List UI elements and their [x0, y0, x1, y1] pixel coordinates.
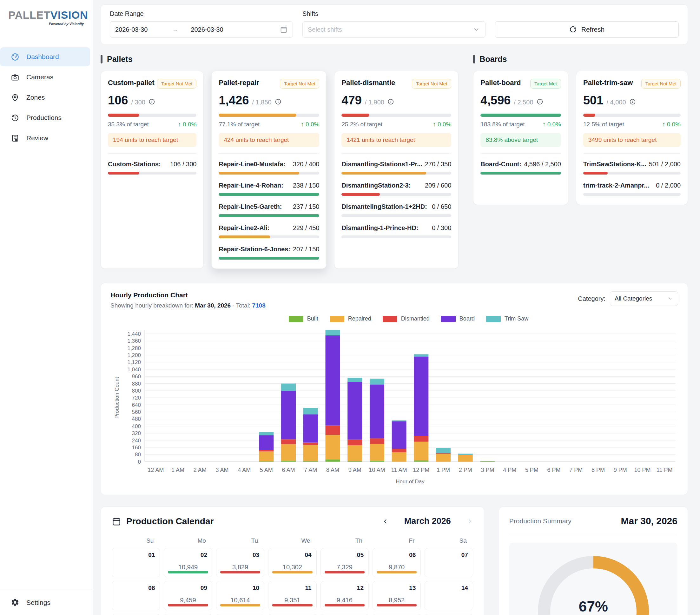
logo-secondary: VISION: [50, 9, 88, 21]
target-banner: 3499 units to reach target: [583, 133, 680, 147]
shifts-select[interactable]: Select shifts: [302, 21, 486, 38]
legend-item-dismantled[interactable]: Dismantled: [383, 315, 430, 322]
date-end-value[interactable]: 2026-03-30: [191, 26, 223, 33]
calendar-day-cell[interactable]: 069,870: [373, 548, 421, 577]
calendar-day-bar: [325, 604, 365, 606]
calendar-day-cell[interactable]: 08: [112, 581, 160, 610]
calendar-day-cell[interactable]: 057,329: [321, 548, 369, 577]
legend-item-built[interactable]: Built: [289, 315, 318, 322]
legend-swatch: [441, 316, 456, 322]
weekday-label: Tu: [216, 537, 264, 544]
date-start-value[interactable]: 2026-03-30: [115, 26, 148, 33]
svg-text:11 AM: 11 AM: [391, 467, 407, 473]
calendar-day-cell[interactable]: 119,351: [268, 581, 316, 610]
sidebar-item-settings[interactable]: Settings: [0, 590, 93, 615]
legend-label: Board: [460, 315, 475, 322]
calendar-prev-button[interactable]: [382, 518, 389, 525]
pallets-cards: Custom-pallet Target Not Met 106 / 300 3…: [101, 71, 459, 269]
metric-card-pallet-repair[interactable]: Pallet-repair Target Not Met 1,426 / 1,8…: [211, 71, 326, 269]
calendar-day-value: 3,829: [216, 564, 264, 571]
card-progress: [108, 114, 197, 117]
svg-text:480: 480: [132, 416, 141, 422]
svg-text:9 PM: 9 PM: [614, 467, 627, 473]
calendar-next-button[interactable]: [466, 518, 473, 525]
calendar-day-number: 05: [357, 552, 364, 558]
card-title: Pallet-dismantle: [341, 79, 395, 87]
sidebar-item-zones[interactable]: Zones: [0, 88, 90, 107]
target-badge: Target Not Met: [280, 79, 319, 89]
calendar-day-cell[interactable]: 0410,302: [268, 548, 316, 577]
svg-text:5 AM: 5 AM: [260, 467, 273, 473]
logo-primary: PALLET: [8, 9, 50, 21]
svg-text:560: 560: [132, 409, 141, 415]
sidebar-item-productions[interactable]: Productions: [0, 108, 90, 127]
trend-up-icon: ↑: [662, 121, 665, 128]
svg-text:1,040: 1,040: [127, 366, 141, 373]
weekday-label: Su: [112, 537, 160, 544]
legend-swatch: [486, 316, 501, 322]
calendar-day-cell[interactable]: 033,829: [216, 548, 264, 577]
card-title: Pallet-board: [480, 79, 521, 87]
calendar-day-number: 03: [253, 552, 259, 558]
svg-text:1,280: 1,280: [127, 345, 141, 351]
legend-item-trim-saw[interactable]: Trim Saw: [486, 315, 528, 322]
calendar-day-cell[interactable]: 01: [112, 548, 160, 577]
date-range-input[interactable]: 2026-03-30 → 2026-03-30: [110, 21, 293, 38]
sidebar-item-dashboard[interactable]: Dashboard: [0, 47, 90, 66]
metric-card-pallet-dismantle[interactable]: Pallet-dismantle Target Not Met 479 / 1,…: [334, 71, 459, 269]
info-icon[interactable]: [149, 98, 155, 105]
calendar-day-bar: [220, 571, 260, 574]
calendar-day-cell[interactable]: 138,952: [373, 581, 421, 610]
svg-text:1,360: 1,360: [127, 338, 141, 344]
calendar-day-value: 10,302: [268, 564, 316, 571]
svg-text:10 AM: 10 AM: [369, 467, 385, 473]
legend-item-board[interactable]: Board: [441, 315, 475, 322]
legend-swatch: [383, 316, 397, 322]
calendar-day-value: 9,459: [164, 597, 212, 604]
calendar-day-cell[interactable]: 0210,949: [164, 548, 212, 577]
svg-text:8 AM: 8 AM: [326, 467, 339, 473]
card-value: 106: [108, 93, 128, 107]
calendar-day-value: 10,614: [216, 597, 264, 604]
chevron-right-icon: [466, 518, 473, 525]
info-icon[interactable]: [275, 98, 282, 105]
calendar-day-cell[interactable]: 099,459: [164, 581, 212, 610]
legend-item-repaired[interactable]: Repaired: [330, 315, 371, 322]
calendar-day-cell[interactable]: 1010,614: [216, 581, 264, 610]
map-pin-icon: [11, 93, 20, 102]
calendar-day-value: 8,952: [373, 597, 421, 604]
divider: [108, 153, 197, 154]
category-select[interactable]: All Categories: [610, 291, 678, 306]
card-value: 479: [341, 93, 361, 107]
calendar-title: Production Calendar: [126, 516, 214, 526]
svg-text:720: 720: [132, 395, 141, 401]
divider: [218, 153, 319, 154]
info-icon[interactable]: [629, 98, 636, 105]
svg-text:1 PM: 1 PM: [437, 467, 450, 473]
station-value: 207 / 150: [290, 246, 319, 253]
chart-total-value[interactable]: 7108: [252, 302, 265, 309]
sidebar-item-cameras[interactable]: Cameras: [0, 67, 90, 87]
divider: [583, 153, 680, 154]
calendar-day-cell[interactable]: 14: [425, 581, 473, 610]
shifts-group: Shifts Select shifts: [302, 10, 486, 38]
pct-of-target: 25.2% of target: [341, 121, 383, 128]
metric-card-pallet-trim-saw[interactable]: Pallet-trim-saw Target Not Met 501 / 4,0…: [576, 71, 688, 205]
station-value: 4,596 / 2,500: [521, 161, 561, 168]
info-icon[interactable]: [537, 98, 543, 105]
trend-up-icon: ↑: [433, 121, 436, 128]
station-name: DismantlingStation2-3:: [341, 182, 411, 189]
sidebar-item-review[interactable]: Review: [0, 128, 90, 148]
calendar-day-cell[interactable]: 129,416: [321, 581, 369, 610]
svg-text:1,120: 1,120: [127, 359, 141, 365]
station-progress: [480, 172, 561, 175]
refresh-button[interactable]: Refresh: [495, 21, 679, 38]
target-badge: Target Not Met: [157, 79, 197, 89]
metric-card-pallet-board[interactable]: Pallet-board Target Met 4,596 / 2,500 18…: [473, 71, 568, 205]
chevron-down-icon: [473, 26, 480, 33]
app-root: PALLETVISION Powered by Visionify Dashbo…: [0, 0, 700, 615]
summary-date: Mar 30, 2026: [621, 516, 677, 526]
calendar-day-cell[interactable]: 07: [425, 548, 473, 577]
info-icon[interactable]: [387, 98, 394, 105]
metric-card-custom-pallet[interactable]: Custom-pallet Target Not Met 106 / 300 3…: [101, 71, 204, 269]
